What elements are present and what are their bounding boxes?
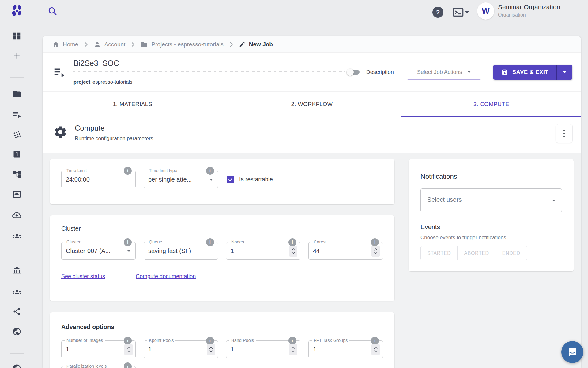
person-icon xyxy=(94,41,101,48)
stepper-buttons[interactable] xyxy=(289,246,297,257)
description-toggle[interactable] xyxy=(347,67,361,78)
job-actions-select[interactable]: Select Job Actions xyxy=(407,65,481,80)
cluster-card: Cluster Cluster i Cluster-007 (A... Queu… xyxy=(50,215,394,301)
notifications-heading: Notifications xyxy=(420,173,562,181)
cores-stepper[interactable]: Cores i 44 xyxy=(308,242,383,260)
band-pools-stepper[interactable]: Band Pools i 1 xyxy=(226,340,300,358)
tab-workflow[interactable]: 2. WORKFLOW xyxy=(222,92,402,117)
event-button-group: STARTED ABORTED ENDED xyxy=(420,246,527,260)
info-icon[interactable]: i xyxy=(371,238,379,246)
event-started-button[interactable]: STARTED xyxy=(420,246,458,260)
cluster-select[interactable]: Cluster i Cluster-007 (A... xyxy=(61,242,136,260)
info-icon[interactable]: i xyxy=(288,238,296,246)
chevron-down-icon xyxy=(209,350,213,352)
caret-down-icon xyxy=(552,200,555,201)
team-groups-icon[interactable] xyxy=(12,231,22,242)
breadcrumb-account[interactable]: Account xyxy=(94,41,126,48)
avatar[interactable]: W xyxy=(477,2,494,20)
compute-subtitle: Runtime configuration parameters xyxy=(75,136,153,142)
events-subtitle: Choose events to trigger notifications xyxy=(420,235,562,241)
app-logo-icon[interactable] xyxy=(10,4,24,18)
sidebar-divider xyxy=(10,254,24,254)
stepper-buttons[interactable] xyxy=(207,344,215,355)
globe-icon[interactable] xyxy=(12,327,21,337)
job-actions-label: Select Job Actions xyxy=(417,69,462,75)
stepper-buttons[interactable] xyxy=(371,344,380,355)
stepper-buttons[interactable] xyxy=(371,246,380,257)
info-icon[interactable]: i xyxy=(206,167,214,175)
info-icon[interactable]: i xyxy=(124,167,132,175)
description-label: Description xyxy=(366,69,394,75)
event-aborted-button[interactable]: ABORTED xyxy=(458,246,496,260)
terminal-icon[interactable] xyxy=(453,8,469,17)
shared-groups-icon[interactable] xyxy=(12,287,22,298)
compute-section-header: Compute Runtime configuration parameters xyxy=(43,117,581,153)
breadcrumb-project[interactable]: Projects - espresso-tutorials xyxy=(141,41,223,48)
organization-bank-icon[interactable] xyxy=(12,266,21,277)
search-icon[interactable] xyxy=(47,6,57,17)
info-icon[interactable]: i xyxy=(288,337,296,345)
tab-materials[interactable]: 1. MATERIALS xyxy=(43,92,222,117)
globe-icon[interactable] xyxy=(12,364,21,368)
sidebar-divider xyxy=(10,77,24,78)
info-icon[interactable]: i xyxy=(124,238,132,246)
help-icon[interactable]: ? xyxy=(432,7,443,18)
chevron-down-icon xyxy=(292,252,295,254)
queue-field[interactable]: Queue i saving fast (SF) xyxy=(144,242,218,260)
jobs-list-icon[interactable] xyxy=(12,110,21,120)
compute-title: Compute xyxy=(75,124,104,132)
kpoint-pools-stepper[interactable]: Kpoint Pools i 1 xyxy=(144,340,218,358)
pencil-icon xyxy=(239,41,246,48)
nodes-stepper[interactable]: Nodes i 1 xyxy=(226,242,300,260)
chevron-up-icon xyxy=(374,347,378,349)
info-icon[interactable]: i xyxy=(124,337,132,345)
save-button[interactable]: SAVE & EXIT xyxy=(493,65,556,80)
chevron-right-icon xyxy=(230,42,233,47)
gear-icon xyxy=(53,125,67,140)
save-dropdown-button[interactable] xyxy=(556,65,572,80)
breadcrumb-home[interactable]: Home xyxy=(52,41,78,48)
chat-launcher-button[interactable] xyxy=(561,341,583,363)
tab-compute[interactable]: 3. COMPUTE xyxy=(401,92,581,117)
image-icon[interactable] xyxy=(12,190,21,200)
info-icon[interactable]: i xyxy=(206,337,214,345)
field-label: FFT Task Groups xyxy=(312,338,349,343)
save-split-button: SAVE & EXIT xyxy=(493,65,572,80)
fft-task-groups-stepper[interactable]: FFT Task Groups i 1 xyxy=(308,340,383,358)
looks-one-icon[interactable] xyxy=(13,150,21,160)
info-icon[interactable]: i xyxy=(206,238,214,246)
time-limit-type-select[interactable]: Time limit type i per single atte... xyxy=(144,171,218,188)
compute-docs-link[interactable]: Compute documentation xyxy=(136,273,196,280)
save-icon xyxy=(501,69,508,75)
dashboard-icon[interactable] xyxy=(12,31,21,42)
help-glyph: ? xyxy=(436,9,440,16)
stepper-buttons[interactable] xyxy=(289,344,297,355)
materials-grain-icon[interactable] xyxy=(13,130,21,140)
info-icon[interactable]: i xyxy=(371,337,379,345)
parallelization-levels-field[interactable]: Parallelization levels i xyxy=(61,366,136,368)
caret-down-icon xyxy=(563,71,567,73)
project-label: project xyxy=(74,79,90,85)
stepper-buttons[interactable] xyxy=(124,344,133,355)
projects-folder-icon[interactable] xyxy=(12,89,21,100)
share-icon[interactable] xyxy=(13,307,21,317)
cluster-status-link[interactable]: See cluster status xyxy=(61,273,105,280)
breadcrumb-label: Account xyxy=(104,41,126,48)
is-restartable-checkbox[interactable]: Is restartable xyxy=(227,171,273,188)
project-name: espresso-tutorials xyxy=(92,79,132,85)
workflow-tree-icon[interactable] xyxy=(12,170,21,180)
info-icon[interactable]: i xyxy=(124,362,132,368)
job-title-field[interactable]: Bi2Se3_SOC xyxy=(74,59,345,72)
add-icon[interactable] xyxy=(12,51,21,62)
sidebar-rail xyxy=(0,0,34,368)
event-ended-button[interactable]: ENDED xyxy=(496,246,527,260)
sidebar-divider xyxy=(10,353,24,354)
time-limit-field[interactable]: Time Limit i 24:00:00 xyxy=(61,171,136,188)
cloud-upload-icon[interactable] xyxy=(12,210,22,221)
select-users-dropdown[interactable]: Select users xyxy=(420,188,562,212)
save-label: SAVE & EXIT xyxy=(512,69,548,75)
org-menu[interactable]: Seminar Organization Organisation xyxy=(498,3,560,18)
number-of-images-stepper[interactable]: Number of Images i 1 xyxy=(61,340,136,358)
job-header: Bi2Se3_SOC projectespresso-tutorials Des… xyxy=(43,53,581,91)
more-options-button[interactable] xyxy=(556,124,573,143)
